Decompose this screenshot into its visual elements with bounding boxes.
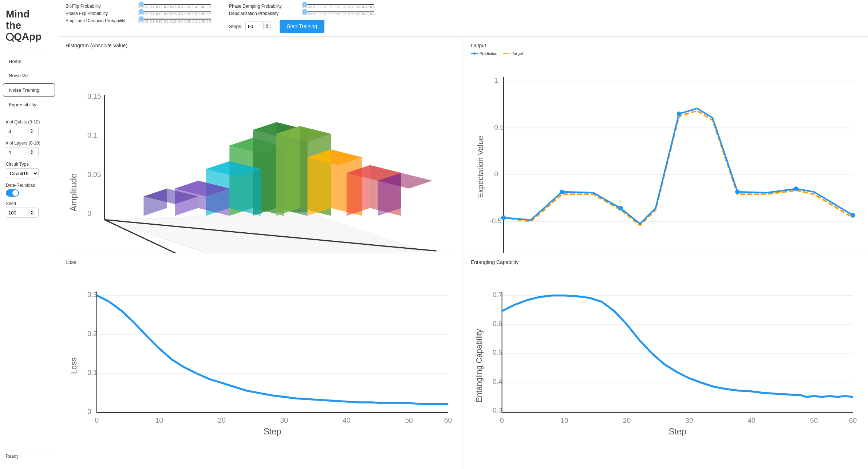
bit-flip-label: Bit-Flip Probability: [66, 4, 138, 9]
svg-text:Loss: Loss: [70, 357, 78, 374]
steps-input-wrap[interactable]: ▲ ▼: [245, 21, 271, 31]
output-legend: Prediction Target: [471, 51, 861, 56]
seed-input-wrap[interactable]: ▲ ▼: [6, 208, 39, 218]
svg-point-73: [560, 189, 564, 194]
circuit-type-select[interactable]: Circuit19 Circuit1 Circuit2 Circuit9: [6, 168, 39, 178]
phase-flip-slider-col: 00.050.10.150.20.250.30.350.40.450.5: [138, 11, 211, 16]
svg-text:10: 10: [560, 416, 568, 424]
svg-text:0.5: 0.5: [493, 348, 502, 356]
circuit-type-control: Circuit Type Circuit19 Circuit1 Circuit2…: [0, 160, 58, 181]
svg-marker-32: [308, 149, 331, 216]
phase-flip-label: Phase Flip Probability: [66, 11, 138, 16]
sidebar-item-home[interactable]: Home: [3, 55, 55, 68]
svg-text:30: 30: [685, 416, 693, 424]
phase-damp-row: Phase Damping Probability 00.050.10.150.…: [229, 4, 375, 9]
sidebar: Mind the QApp Home Noise Viz Noise Train…: [0, 0, 58, 469]
layers-spin-down[interactable]: ▼: [28, 152, 35, 155]
seed-spin-btns[interactable]: ▲ ▼: [28, 210, 35, 216]
svg-text:50: 50: [405, 416, 413, 424]
svg-text:0.1: 0.1: [87, 131, 97, 139]
svg-text:40: 40: [747, 416, 755, 424]
bit-flip-row: Bit-Flip Probability 00.050.10.150.20.25…: [66, 4, 211, 9]
qubits-spin-btns[interactable]: ▲ ▼: [28, 128, 35, 134]
app-title-line2: the: [6, 20, 52, 31]
svg-text:0: 0: [95, 416, 99, 424]
svg-text:Entangling Capability: Entangling Capability: [475, 329, 484, 402]
qubits-input[interactable]: [6, 127, 28, 135]
sidebar-item-expressibility[interactable]: Expressibility: [3, 98, 55, 111]
depol-row: Depolarization Probability 00.050.10.150…: [229, 11, 375, 16]
steps-start-row: Steps: ▲ ▼ Start Training: [229, 20, 375, 33]
depol-slider-col: 00.050.10.150.20.250.30.350.40.450.5: [302, 11, 375, 16]
start-training-button[interactable]: Start Training: [280, 20, 324, 33]
data-reupload-toggle[interactable]: [6, 189, 19, 197]
qubits-spin-down[interactable]: ▼: [28, 131, 35, 134]
svg-text:0: 0: [87, 408, 91, 415]
phase-flip-ticks: 00.050.10.150.20.250.30.350.40.450.5: [138, 12, 211, 16]
layers-input-wrap[interactable]: ▲ ▼: [6, 147, 39, 157]
right-noise-params: Phase Damping Probability 00.050.10.150.…: [229, 4, 375, 33]
status-bar: Ready: [0, 449, 58, 463]
svg-text:Step: Step: [668, 426, 686, 436]
svg-text:20: 20: [623, 416, 631, 424]
loss-chart-content: Loss 0.3 0.2 0.1 0 0 10: [66, 268, 456, 464]
svg-text:0: 0: [500, 416, 504, 424]
target-legend-item: Target: [503, 51, 523, 56]
prediction-legend-item: Prediction: [471, 51, 497, 56]
entangling-title: Entangling Capability: [471, 259, 861, 265]
steps-spin-down[interactable]: ▼: [264, 26, 271, 29]
svg-text:0.05: 0.05: [87, 171, 101, 178]
svg-point-76: [735, 189, 740, 194]
svg-text:0: 0: [87, 210, 91, 217]
output-chart-content: Expectation Value 1 0.5 0 -0.5 -1: [471, 57, 861, 253]
layers-spin-btns[interactable]: ▲ ▼: [28, 149, 35, 155]
data-reupload-toggle-wrap[interactable]: [6, 189, 52, 197]
svg-text:60: 60: [849, 416, 857, 424]
steps-label: Steps:: [229, 24, 242, 29]
histogram-title: Histogram (Absolute Value): [66, 43, 456, 48]
top-divider: [220, 4, 220, 33]
svg-marker-41: [143, 189, 167, 216]
svg-text:30: 30: [280, 416, 288, 424]
amp-damp-row: Amplitude Damping Probability 00.050.10.…: [66, 18, 211, 23]
app-logo: Mind the QApp: [0, 6, 58, 48]
qubits-input-wrap[interactable]: ▲ ▼: [6, 126, 39, 136]
phase-flip-row: Phase Flip Probability 00.050.10.150.20.…: [66, 11, 211, 16]
prediction-legend-icon: [471, 52, 478, 55]
phase-damp-label: Phase Damping Probability: [229, 4, 302, 9]
steps-spin-btns[interactable]: ▲ ▼: [263, 23, 271, 29]
phase-damp-ticks: 00.050.10.150.20.250.30.350.40.450.5: [302, 5, 375, 9]
sidebar-divider-2: [6, 115, 52, 115]
circuit-type-select-wrap[interactable]: Circuit19 Circuit1 Circuit2 Circuit9: [6, 168, 52, 178]
svg-marker-44: [113, 212, 425, 253]
qubits-control: # of Qubits (0-10) ▲ ▼: [0, 118, 58, 139]
svg-text:0.3: 0.3: [493, 406, 502, 414]
svg-text:0.6: 0.6: [493, 320, 502, 327]
svg-text:40: 40: [343, 416, 350, 424]
layers-input[interactable]: [6, 148, 28, 157]
svg-text:0.3: 0.3: [87, 291, 97, 298]
top-bar: Bit-Flip Probability 00.050.10.150.20.25…: [58, 0, 868, 37]
output-svg: Expectation Value 1 0.5 0 -0.5 -1: [471, 57, 861, 253]
bit-flip-ticks: 00.050.10.150.20.250.30.350.40.450.5: [138, 5, 211, 9]
circuit-type-label: Circuit Type: [6, 162, 52, 167]
svg-text:Step: Step: [264, 426, 281, 436]
status-text: Ready: [6, 454, 19, 459]
svg-text:20: 20: [218, 416, 225, 424]
svg-text:0.5: 0.5: [494, 123, 504, 131]
steps-input[interactable]: [246, 22, 263, 31]
svg-point-77: [794, 186, 798, 191]
data-reupload-label: Data-Reupload: [6, 183, 52, 188]
sidebar-item-noise-viz[interactable]: Noise Viz: [3, 69, 55, 82]
main-content: Bit-Flip Probability 00.050.10.150.20.25…: [58, 0, 868, 469]
svg-point-49: [473, 52, 476, 55]
amp-damp-ticks: 00.050.10.150.20.250.30.350.40.450.5: [138, 20, 211, 23]
output-panel: Output Prediction Target: [463, 37, 868, 253]
entangling-chart-content: Entangling Capability 0.7 0.6 0.5 0.4 0.…: [471, 268, 861, 464]
entangling-panel: Entangling Capability Entangling Capabil…: [463, 253, 868, 469]
seed-spin-down[interactable]: ▼: [28, 213, 35, 216]
svg-text:60: 60: [444, 416, 452, 424]
seed-input[interactable]: [6, 209, 28, 217]
svg-text:50: 50: [810, 416, 818, 424]
sidebar-item-noise-training[interactable]: Noise Training: [3, 83, 55, 97]
